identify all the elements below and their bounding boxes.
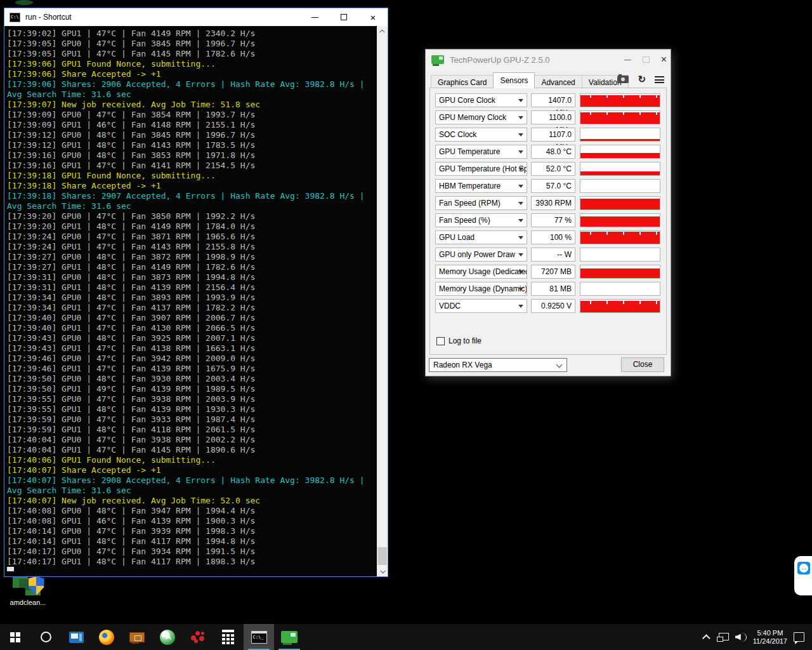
gpuz-tab-bar: Graphics Card Sensors Advanced Validatio… xyxy=(431,73,628,88)
tray-expand-chevron-icon[interactable] xyxy=(702,634,710,642)
combobox-chevron-icon xyxy=(556,362,563,368)
dropdown-arrow-icon xyxy=(518,202,523,205)
sensor-value: 1407.0 MHz xyxy=(531,93,575,107)
action-center-icon[interactable] xyxy=(794,632,804,642)
sensor-select[interactable]: GPU Temperature (Hot Spot) xyxy=(435,162,527,176)
clock[interactable]: 5:40 PM 11/24/2017 xyxy=(753,629,787,646)
gpuz-minimize-button[interactable] xyxy=(624,60,631,60)
dropdown-arrow-icon xyxy=(518,288,523,291)
menu-icon[interactable] xyxy=(655,76,664,83)
taskbar: 5:40 PM 11/24/2017 xyxy=(0,624,812,650)
sensor-select[interactable]: GPU Core Clock xyxy=(435,93,527,107)
sensor-label: Fan Speed (RPM) xyxy=(439,199,501,208)
minimize-button[interactable] xyxy=(300,8,329,26)
log-line: [17:39:50] GPU1 | 49°C | Fan 4139 RPM | … xyxy=(7,384,377,394)
log-to-file-checkbox[interactable] xyxy=(436,337,445,345)
task-manager-icon xyxy=(69,632,84,643)
teamviewer-icon: ↔ xyxy=(797,562,810,574)
green-orb-icon xyxy=(160,630,175,645)
scroll-thumb[interactable] xyxy=(377,547,387,565)
gpuz-tab[interactable]: Sensors xyxy=(493,72,535,88)
gpuz-close-button[interactable]: × xyxy=(661,55,667,65)
gpuz-titlebar[interactable]: TechPowerUp GPU-Z 2.5.0 × xyxy=(426,50,671,70)
taskbar-item-command-prompt[interactable] xyxy=(244,624,274,650)
log-line: [17:40:04] GPU1 | 47°C | Fan 4145 RPM | … xyxy=(7,445,377,455)
desktop-icon-amdclean[interactable]: amdclean... xyxy=(5,573,51,606)
sensor-select[interactable]: Memory Usage (Dedicated) xyxy=(435,265,527,279)
close-button[interactable]: × xyxy=(358,8,388,26)
sensor-select[interactable]: Fan Speed (%) xyxy=(435,213,527,227)
console-scrollbar[interactable] xyxy=(377,26,388,576)
scroll-up-button[interactable] xyxy=(377,26,388,37)
sensor-select[interactable]: Fan Speed (RPM) xyxy=(435,196,527,210)
sensor-row: GPU Memory Clock 1100.0 MHz xyxy=(435,110,664,124)
console-title: run - Shortcut xyxy=(25,13,72,22)
refresh-icon[interactable]: ↻ xyxy=(638,75,646,84)
desktop: amdclean... C:\ run - Shortcut × [17:39:… xyxy=(0,0,812,650)
sensor-select[interactable]: HBM Temperature xyxy=(435,179,527,193)
gpuz-tab[interactable]: Advanced xyxy=(534,75,582,88)
sensor-select[interactable]: SOC Clock xyxy=(435,128,527,142)
log-line: [17:39:02] GPU1 | 47°C | Fan 4149 RPM | … xyxy=(7,29,377,39)
sensor-graph xyxy=(580,230,660,244)
log-line: [17:39:50] GPU0 | 48°C | Fan 3930 RPM | … xyxy=(7,374,377,384)
maximize-button[interactable] xyxy=(329,8,358,26)
cortana-circle-icon xyxy=(41,632,51,642)
network-icon[interactable] xyxy=(717,633,729,642)
sensor-graph xyxy=(580,162,660,176)
taskbar-item-red-dots-app[interactable] xyxy=(183,624,213,650)
sensor-value: 48.0 °C xyxy=(531,145,575,159)
graph-fill xyxy=(580,153,660,158)
sensor-value: 1107.0 MHz xyxy=(531,128,575,142)
taskbar-item-firefox[interactable] xyxy=(91,624,122,650)
sensor-select[interactable]: GPU Load xyxy=(435,230,527,244)
sensor-row: GPU Temperature (Hot Spot) 52.0 °C xyxy=(435,162,664,176)
sensor-graph xyxy=(580,110,660,124)
sensor-select[interactable]: VDDC xyxy=(435,299,527,313)
log-line: [17:39:05] GPU0 | 47°C | Fan 3845 RPM | … xyxy=(7,39,377,49)
sensor-row: GPU only Power Draw -- W xyxy=(435,248,664,262)
log-line: [17:39:18] Share Accepted -> +1 xyxy=(7,181,377,191)
sensor-label: GPU only Power Draw xyxy=(439,250,515,259)
gpuz-tab[interactable]: Graphics Card xyxy=(431,75,494,88)
sensor-label: SOC Clock xyxy=(439,130,476,139)
device-select[interactable]: Radeon RX Vega xyxy=(429,358,567,372)
windows-logo-icon xyxy=(10,632,20,642)
sensor-label: GPU Memory Clock xyxy=(439,113,506,122)
taskbar-item-calculator[interactable] xyxy=(213,624,244,650)
gpuz-close-action-button[interactable]: Close xyxy=(621,357,664,372)
camera-icon[interactable] xyxy=(617,76,629,83)
teamviewer-edge-panel[interactable]: ↔ xyxy=(794,556,812,595)
taskbar-item-gpu-card-app[interactable] xyxy=(122,624,152,650)
sensor-select[interactable]: Memory Usage (Dynamic) xyxy=(435,282,527,296)
dropdown-arrow-icon xyxy=(518,270,523,274)
log-line: [17:39:06] Share Accepted -> +1 xyxy=(7,69,377,79)
sensor-select[interactable]: GPU Temperature xyxy=(435,145,527,159)
dropdown-arrow-icon xyxy=(518,133,523,136)
desktop-icon-label: amdclean... xyxy=(5,599,51,606)
log-line: [17:39:55] GPU0 | 47°C | Fan 3938 RPM | … xyxy=(7,394,377,404)
log-line: [17:39:18] GPU1 Found Nonce, submitting.… xyxy=(7,171,377,181)
gpuz-maximize-button[interactable] xyxy=(643,56,650,63)
gpuz-app-icon xyxy=(431,55,444,64)
taskbar-item-task-manager[interactable] xyxy=(61,624,91,650)
tray-date: 11/24/2017 xyxy=(753,637,787,646)
maximize-icon xyxy=(341,14,347,20)
sensor-value: -- W xyxy=(531,248,575,262)
start-button[interactable] xyxy=(0,624,30,650)
cortana-button[interactable] xyxy=(30,624,61,650)
sensor-row: Fan Speed (%) 77 % xyxy=(435,213,664,227)
scroll-down-button[interactable] xyxy=(377,566,388,576)
sensors-panel: GPU Core Clock 1407.0 MHz GPU Memory Clo… xyxy=(429,88,667,355)
console-titlebar[interactable]: C:\ run - Shortcut × xyxy=(4,8,388,26)
graph-fill xyxy=(580,199,660,209)
sensor-select[interactable]: GPU Memory Clock xyxy=(435,110,527,124)
volume-icon[interactable] xyxy=(735,633,747,642)
sensor-label: Fan Speed (%) xyxy=(439,216,490,225)
sensor-label: GPU Temperature (Hot Spot) xyxy=(439,164,527,173)
sensor-select[interactable]: GPU only Power Draw xyxy=(435,248,527,262)
taskbar-item-gpu-z[interactable] xyxy=(274,624,304,650)
taskbar-item-green-orb-app[interactable] xyxy=(152,624,183,650)
log-line: [17:39:40] GPU1 | 47°C | Fan 4130 RPM | … xyxy=(7,323,377,333)
sensor-label: GPU Core Clock xyxy=(439,96,495,105)
